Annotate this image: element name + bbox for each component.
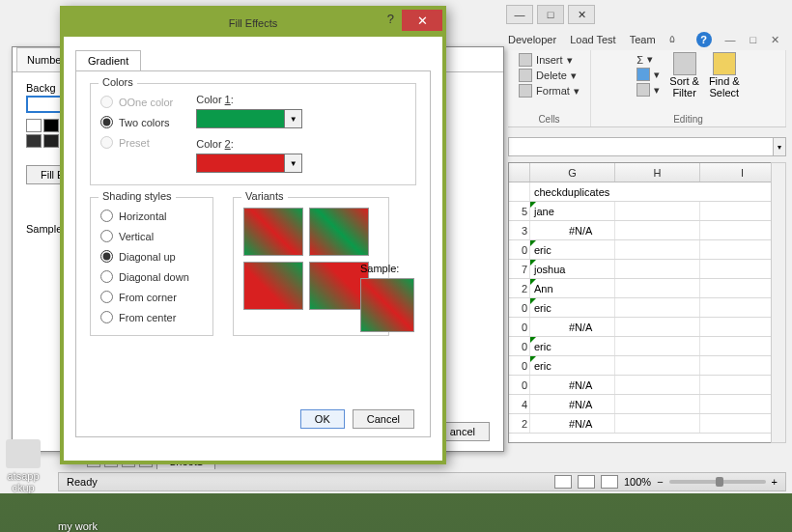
table-row[interactable]: 0eric — [509, 337, 785, 356]
table-row[interactable]: 0#N/A — [509, 376, 785, 395]
cell[interactable]: eric — [530, 240, 615, 259]
cell[interactable]: 0 — [509, 298, 530, 317]
cell[interactable]: 0 — [509, 240, 530, 259]
radio-from-center[interactable]: From center — [100, 311, 203, 323]
find-select-button[interactable]: Find &Select — [709, 52, 740, 98]
minimize-button[interactable]: — — [506, 5, 533, 24]
table-row[interactable]: 0eric — [509, 240, 785, 260]
cell[interactable]: eric — [530, 356, 615, 375]
cell[interactable]: 2 — [509, 414, 530, 433]
cell[interactable] — [615, 356, 700, 375]
cell[interactable]: #N/A — [530, 318, 615, 336]
table-row[interactable]: 0eric — [509, 298, 785, 318]
cell[interactable]: Ann — [530, 279, 615, 297]
table-row[interactable]: 2Ann — [509, 279, 785, 298]
maximize-button[interactable]: □ — [537, 5, 564, 24]
tab-developer[interactable]: Developer — [508, 34, 556, 45]
radio-vertical[interactable]: Vertical — [100, 230, 203, 242]
clear-button[interactable]: ▾ — [636, 82, 660, 98]
cell[interactable]: 0 — [509, 318, 530, 336]
view-normal-button[interactable] — [554, 475, 572, 489]
cell-grid[interactable]: G H I checkduplicates5jane3#N/A0eric7jos… — [508, 162, 786, 443]
cell[interactable] — [615, 202, 700, 220]
swatch[interactable] — [43, 134, 59, 148]
desktop-folder-mywork[interactable]: my work — [58, 520, 98, 532]
cell[interactable]: eric — [530, 298, 615, 317]
variant-3[interactable] — [243, 262, 303, 310]
formula-bar[interactable] — [508, 137, 775, 156]
color2-dropdown[interactable]: ▼ — [196, 154, 302, 173]
close-window-button[interactable]: ✕ — [568, 5, 595, 24]
cell[interactable]: 3 — [509, 221, 530, 239]
tab-loadtest[interactable]: Load Test — [570, 34, 616, 45]
help-icon[interactable]: ? — [696, 32, 712, 47]
radio-diagonal-up[interactable]: Diagonal up — [100, 250, 203, 263]
cell[interactable] — [615, 221, 700, 239]
minimize-ribbon-icon[interactable]: ۵ — [669, 33, 683, 46]
cell[interactable] — [615, 240, 700, 259]
cell[interactable]: 0 — [509, 376, 530, 394]
swatch[interactable] — [26, 119, 42, 132]
zoom-out-button[interactable]: − — [657, 476, 663, 488]
cell[interactable] — [615, 376, 700, 394]
chevron-down-icon[interactable]: ▼ — [285, 109, 302, 128]
desktop-icon-whatsapp-backup[interactable]: atsappckup — [6, 439, 41, 493]
chevron-down-icon[interactable]: ▼ — [285, 154, 302, 173]
cell[interactable]: 0 — [509, 356, 530, 375]
fill-effects-titlebar[interactable]: Fill Effects ? ✕ — [64, 10, 442, 37]
cancel-button[interactable]: Cancel — [353, 409, 414, 429]
zoom-slider[interactable] — [669, 480, 766, 484]
cell[interactable]: #N/A — [530, 414, 615, 433]
zoom-thumb[interactable] — [716, 477, 723, 487]
cell[interactable]: 4 — [509, 395, 530, 413]
cell[interactable]: #N/A — [530, 395, 615, 413]
view-layout-button[interactable] — [578, 475, 595, 489]
view-pagebreak-button[interactable] — [601, 475, 618, 489]
cell[interactable]: checkduplicates — [530, 182, 785, 201]
cell[interactable] — [615, 318, 700, 336]
radio-horizontal[interactable]: Horizontal — [100, 210, 203, 222]
radio-diagonal-down[interactable]: Diagonal down — [100, 270, 203, 283]
table-row[interactable]: 5jane — [509, 202, 785, 221]
table-row[interactable]: 0#N/A — [509, 318, 785, 337]
cell[interactable] — [615, 395, 700, 413]
vertical-scrollbar[interactable] — [771, 162, 786, 443]
cell[interactable]: 7 — [509, 260, 530, 278]
cell[interactable] — [615, 298, 700, 317]
cell[interactable]: 0 — [509, 337, 530, 355]
tab-gradient[interactable]: Gradient — [75, 50, 141, 70]
ok-button[interactable]: OK — [300, 409, 345, 429]
radio-two-colors[interactable]: Two colors — [100, 116, 173, 128]
col-header-g[interactable]: G — [530, 163, 615, 182]
cell[interactable] — [615, 337, 700, 355]
cell[interactable]: joshua — [530, 260, 615, 278]
cell[interactable] — [615, 414, 700, 433]
cell[interactable] — [615, 279, 700, 297]
autosum-button[interactable]: Σ ▾ — [636, 52, 660, 67]
insert-button[interactable]: Insert ▾ — [519, 52, 580, 68]
dialog-help-icon[interactable]: ? — [387, 12, 394, 26]
cell[interactable]: 5 — [509, 202, 530, 220]
fill-button[interactable]: ▾ — [636, 67, 660, 82]
variant-1[interactable] — [243, 208, 303, 256]
table-row[interactable]: 2#N/A — [509, 414, 785, 434]
cell[interactable]: #N/A — [530, 221, 615, 239]
radio-from-corner[interactable]: From corner — [100, 291, 203, 303]
cell[interactable] — [615, 260, 700, 278]
cell[interactable]: 2 — [509, 279, 530, 297]
table-row[interactable]: 4#N/A — [509, 395, 785, 414]
sort-filter-button[interactable]: Sort &Filter — [669, 52, 699, 98]
table-row[interactable]: 0eric — [509, 356, 785, 376]
zoom-in-button[interactable]: + — [772, 476, 778, 488]
tab-team[interactable]: Team — [630, 34, 656, 45]
table-row[interactable]: 7joshua — [509, 260, 785, 279]
dialog-close-button[interactable]: ✕ — [402, 10, 442, 31]
swatch[interactable] — [43, 119, 59, 132]
table-row[interactable]: checkduplicates — [509, 182, 785, 202]
format-button[interactable]: Format ▾ — [519, 83, 580, 98]
swatch[interactable] — [26, 134, 42, 148]
cell[interactable]: eric — [530, 337, 615, 355]
cell[interactable]: jane — [530, 202, 615, 220]
formula-bar-expand[interactable]: ▾ — [773, 137, 786, 156]
delete-button[interactable]: Delete ▾ — [519, 68, 580, 83]
